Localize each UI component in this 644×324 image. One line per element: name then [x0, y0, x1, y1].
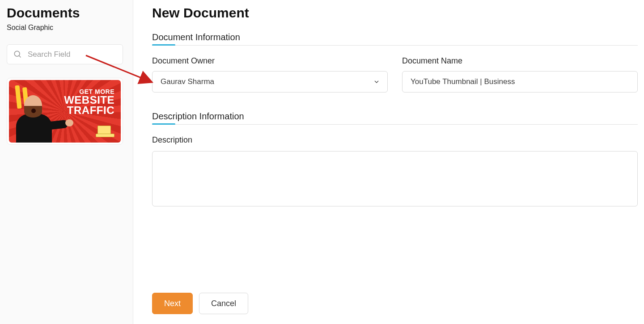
section-document-information: Document Information — [152, 32, 638, 46]
document-name-value: YouTube Thumbnail | Business — [411, 77, 515, 86]
laptop-icon — [96, 126, 114, 137]
main-content: New Document Document Information Docume… — [133, 0, 644, 324]
sidebar-title: Documents — [7, 5, 126, 20]
cancel-button[interactable]: Cancel — [199, 293, 248, 314]
sidebar-subtitle: Social Graphic — [7, 24, 126, 32]
field-document-name: Document Name YouTube Thumbnail | Busine… — [402, 56, 638, 93]
thumbnail-canvas: GET MORE WEBSITE TRAFFIC — [9, 80, 121, 143]
field-document-owner: Document Owner Gaurav Sharma — [152, 56, 388, 93]
description-label: Description — [152, 135, 638, 145]
thumb-line-3: TRAFFIC — [64, 105, 114, 116]
next-button[interactable]: Next — [152, 293, 193, 314]
search-wrap — [7, 44, 126, 64]
thumbnail-text: GET MORE WEBSITE TRAFFIC — [64, 88, 114, 116]
document-owner-value: Gaurav Sharma — [161, 77, 214, 86]
section-description-information: Description Information — [152, 111, 638, 125]
description-textarea[interactable] — [152, 151, 638, 206]
page-title: New Document — [152, 5, 638, 21]
chevron-down-icon — [373, 78, 380, 85]
document-owner-label: Document Owner — [152, 56, 388, 66]
document-owner-select[interactable]: Gaurav Sharma — [152, 71, 388, 93]
document-name-label: Document Name — [402, 56, 638, 66]
person-illustration — [12, 95, 65, 143]
search-input[interactable] — [7, 44, 123, 64]
template-thumbnail[interactable]: GET MORE WEBSITE TRAFFIC — [7, 78, 123, 145]
sidebar: Documents Social Graphic GET MORE WEBSIT… — [0, 0, 133, 324]
document-name-input[interactable]: YouTube Thumbnail | Business — [402, 71, 638, 93]
